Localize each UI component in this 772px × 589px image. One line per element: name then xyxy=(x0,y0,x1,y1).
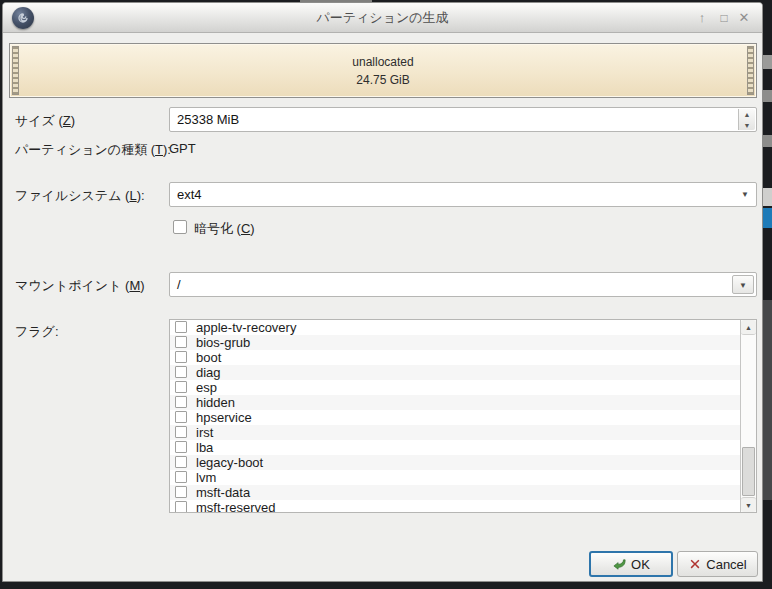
flag-list-item[interactable]: diag xyxy=(170,365,740,380)
size-spin-buttons[interactable]: ▲ ▼ xyxy=(738,109,755,130)
shade-button[interactable]: ↑ xyxy=(692,3,712,33)
flag-checkbox[interactable] xyxy=(175,426,187,438)
flag-item-label: apple-tv-recovery xyxy=(196,320,296,335)
flag-item-label: hpservice xyxy=(196,410,252,425)
partition-caption: unallocated 24.75 GiB xyxy=(10,53,756,89)
flag-list-item[interactable]: boot xyxy=(170,350,740,365)
flag-checkbox[interactable] xyxy=(175,441,187,453)
flag-checkbox[interactable] xyxy=(175,456,187,468)
flag-checkbox[interactable] xyxy=(175,321,187,333)
background-highlight-fragment xyxy=(763,208,772,228)
background-fragment xyxy=(763,188,772,206)
flag-checkbox[interactable] xyxy=(175,336,187,348)
titlebar[interactable]: パーティションの生成 ↑ □ ✕ xyxy=(3,3,762,33)
flag-list-item[interactable]: hpservice xyxy=(170,410,740,425)
partition-type-value: GPT xyxy=(169,141,196,156)
scroll-up-icon[interactable]: ▲ xyxy=(741,320,756,335)
flag-checkbox[interactable] xyxy=(175,396,187,408)
flag-list-item[interactable]: legacy-boot xyxy=(170,455,740,470)
background-fragment xyxy=(763,90,772,102)
filesystem-value: ext4 xyxy=(177,183,202,206)
background-fragment xyxy=(763,55,772,69)
window-title: パーティションの生成 xyxy=(3,3,762,33)
encrypt-label[interactable]: 暗号化 (C) xyxy=(194,220,255,238)
flags-rows: apple-tv-recovery bios-grub boot diag es… xyxy=(170,320,740,513)
flag-list-item[interactable]: bios-grub xyxy=(170,335,740,350)
flag-checkbox[interactable] xyxy=(175,411,187,423)
maximize-button[interactable]: □ xyxy=(714,3,734,33)
spin-up-icon[interactable]: ▲ xyxy=(739,109,755,120)
flag-item-label: legacy-boot xyxy=(196,455,263,470)
flag-item-label: msft-reserved xyxy=(196,500,275,513)
scroll-down-icon[interactable]: ▼ xyxy=(741,497,756,512)
filesystem-select[interactable]: ext4 ▼ xyxy=(169,182,757,207)
flag-checkbox[interactable] xyxy=(175,366,187,378)
flag-list-item[interactable]: hidden xyxy=(170,395,740,410)
filesystem-label: ファイルシステム (L): xyxy=(15,187,145,205)
spin-down-icon[interactable]: ▼ xyxy=(739,120,755,131)
flag-item-label: irst xyxy=(196,425,213,440)
partition-type-label: パーティションの種類 (T): xyxy=(15,141,171,159)
flag-item-label: esp xyxy=(196,380,217,395)
flag-checkbox[interactable] xyxy=(175,351,187,363)
flags-scrollbar[interactable]: ▲ ▼ xyxy=(740,320,756,512)
background-fragment xyxy=(763,135,772,147)
flag-list-item[interactable]: apple-tv-recovery xyxy=(170,320,740,335)
flag-item-label: diag xyxy=(196,365,221,380)
mountpoint-dropdown-button[interactable]: ▼ xyxy=(732,275,754,294)
mountpoint-value: / xyxy=(177,273,181,296)
flag-checkbox[interactable] xyxy=(175,501,187,513)
mountpoint-combobox[interactable]: / ▼ xyxy=(169,272,757,297)
cancel-label: Cancel xyxy=(706,557,746,572)
flag-list-item[interactable]: irst xyxy=(170,425,740,440)
background-fragment xyxy=(763,300,772,500)
partition-label: unallocated xyxy=(10,53,756,71)
cancel-button[interactable]: Cancel xyxy=(677,551,758,577)
flag-item-label: boot xyxy=(196,350,221,365)
flag-list-item[interactable]: lba xyxy=(170,440,740,455)
chevron-down-icon: ▼ xyxy=(741,183,749,206)
flags-list[interactable]: apple-tv-recovery bios-grub boot diag es… xyxy=(169,319,757,513)
flag-item-label: bios-grub xyxy=(196,335,250,350)
mountpoint-label: マウントポイント (M) xyxy=(15,277,145,295)
ok-button[interactable]: OK xyxy=(589,551,673,577)
encrypt-checkbox[interactable] xyxy=(173,220,187,234)
flag-item-label: lba xyxy=(196,440,213,455)
size-value: 25338 MiB xyxy=(177,108,239,131)
partition-size: 24.75 GiB xyxy=(10,71,756,89)
scrollbar-thumb[interactable] xyxy=(742,447,755,496)
flag-list-item[interactable]: lvm xyxy=(170,470,740,485)
flags-label: フラグ: xyxy=(15,323,59,341)
ok-arrow-icon xyxy=(612,557,627,572)
flag-checkbox[interactable] xyxy=(175,381,187,393)
close-button[interactable]: ✕ xyxy=(734,3,754,33)
flag-item-label: lvm xyxy=(196,470,216,485)
flag-checkbox[interactable] xyxy=(175,486,187,498)
flag-list-item[interactable]: esp xyxy=(170,380,740,395)
flag-list-item[interactable]: msft-reserved xyxy=(170,500,740,513)
size-spinbox[interactable]: 25338 MiB ▲ ▼ xyxy=(169,107,757,132)
cancel-x-icon xyxy=(688,557,702,571)
flag-checkbox[interactable] xyxy=(175,471,187,483)
ok-label: OK xyxy=(631,557,650,572)
partition-preview-bar[interactable]: unallocated 24.75 GiB xyxy=(9,43,757,98)
size-label: サイズ (Z) xyxy=(15,112,75,130)
flag-item-label: hidden xyxy=(196,395,235,410)
chevron-down-icon: ▼ xyxy=(739,281,747,290)
flag-item-label: msft-data xyxy=(196,485,250,500)
create-partition-dialog: パーティションの生成 ↑ □ ✕ unallocated 24.75 GiB サ… xyxy=(2,2,763,582)
flag-list-item[interactable]: msft-data xyxy=(170,485,740,500)
